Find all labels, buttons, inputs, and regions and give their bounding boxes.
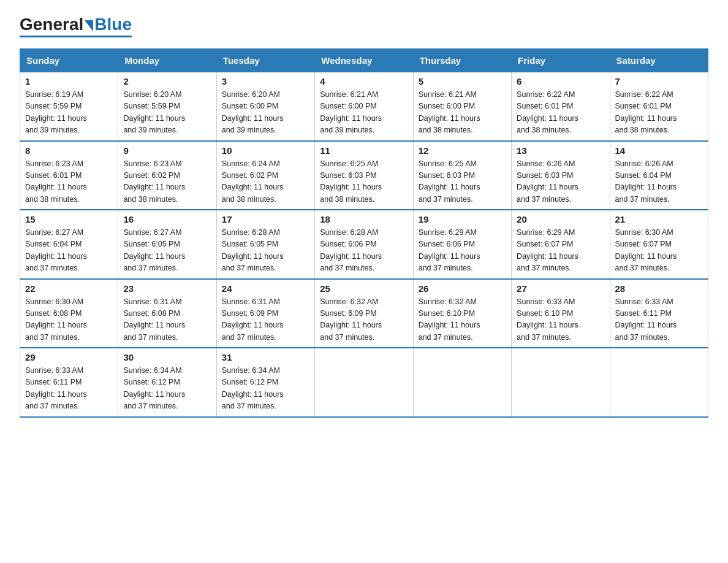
calendar-day-cell bbox=[610, 348, 708, 417]
calendar-day-cell: 1 Sunrise: 6:19 AMSunset: 5:59 PMDayligh… bbox=[20, 72, 118, 141]
day-info: Sunrise: 6:34 AMSunset: 6:12 PMDaylight:… bbox=[222, 365, 309, 413]
calendar-day-cell bbox=[315, 348, 413, 417]
calendar-day-cell: 10 Sunrise: 6:24 AMSunset: 6:02 PMDaylig… bbox=[216, 141, 314, 210]
day-info: Sunrise: 6:24 AMSunset: 6:02 PMDaylight:… bbox=[222, 158, 309, 206]
day-info: Sunrise: 6:33 AMSunset: 6:11 PMDaylight:… bbox=[25, 365, 113, 413]
day-info: Sunrise: 6:25 AMSunset: 6:03 PMDaylight:… bbox=[419, 158, 506, 206]
calendar-day-cell: 21 Sunrise: 6:30 AMSunset: 6:07 PMDaylig… bbox=[610, 210, 708, 279]
day-number: 31 bbox=[222, 352, 309, 362]
day-number: 30 bbox=[123, 352, 211, 362]
calendar-day-cell: 16 Sunrise: 6:27 AMSunset: 6:05 PMDaylig… bbox=[118, 210, 216, 279]
calendar-week-row: 1 Sunrise: 6:19 AMSunset: 5:59 PMDayligh… bbox=[20, 72, 708, 141]
day-number: 15 bbox=[25, 214, 113, 224]
logo-triangle-icon bbox=[85, 20, 93, 31]
calendar-day-cell: 20 Sunrise: 6:29 AMSunset: 6:07 PMDaylig… bbox=[512, 210, 610, 279]
calendar-body: 1 Sunrise: 6:19 AMSunset: 5:59 PMDayligh… bbox=[20, 72, 708, 417]
calendar-day-cell: 4 Sunrise: 6:21 AMSunset: 6:00 PMDayligh… bbox=[315, 72, 413, 141]
day-info: Sunrise: 6:23 AMSunset: 6:01 PMDaylight:… bbox=[25, 158, 113, 206]
calendar-day-cell: 25 Sunrise: 6:32 AMSunset: 6:09 PMDaylig… bbox=[315, 279, 413, 348]
day-info: Sunrise: 6:27 AMSunset: 6:05 PMDaylight:… bbox=[123, 227, 211, 275]
day-info: Sunrise: 6:30 AMSunset: 6:07 PMDaylight:… bbox=[615, 227, 703, 275]
day-info: Sunrise: 6:22 AMSunset: 6:01 PMDaylight:… bbox=[615, 89, 703, 137]
calendar-week-row: 22 Sunrise: 6:30 AMSunset: 6:08 PMDaylig… bbox=[20, 279, 708, 348]
calendar-day-cell: 27 Sunrise: 6:33 AMSunset: 6:10 PMDaylig… bbox=[512, 279, 610, 348]
day-info: Sunrise: 6:31 AMSunset: 6:09 PMDaylight:… bbox=[222, 296, 309, 344]
day-info: Sunrise: 6:20 AMSunset: 5:59 PMDaylight:… bbox=[123, 89, 211, 137]
day-number: 28 bbox=[615, 283, 703, 294]
day-info: Sunrise: 6:32 AMSunset: 6:09 PMDaylight:… bbox=[320, 296, 408, 344]
day-number: 4 bbox=[320, 76, 408, 86]
header-wednesday: Wednesday bbox=[315, 49, 413, 72]
day-info: Sunrise: 6:29 AMSunset: 6:07 PMDaylight:… bbox=[517, 227, 604, 275]
day-info: Sunrise: 6:34 AMSunset: 6:12 PMDaylight:… bbox=[123, 365, 211, 413]
day-number: 12 bbox=[419, 145, 506, 156]
calendar-day-cell: 2 Sunrise: 6:20 AMSunset: 5:59 PMDayligh… bbox=[118, 72, 216, 141]
calendar-day-cell: 15 Sunrise: 6:27 AMSunset: 6:04 PMDaylig… bbox=[20, 210, 118, 279]
calendar-day-cell: 23 Sunrise: 6:31 AMSunset: 6:08 PMDaylig… bbox=[118, 279, 216, 348]
calendar-day-cell: 31 Sunrise: 6:34 AMSunset: 6:12 PMDaylig… bbox=[216, 348, 314, 417]
day-number: 23 bbox=[123, 283, 211, 294]
day-info: Sunrise: 6:23 AMSunset: 6:02 PMDaylight:… bbox=[123, 158, 211, 206]
day-number: 11 bbox=[320, 145, 408, 156]
calendar-day-cell: 19 Sunrise: 6:29 AMSunset: 6:06 PMDaylig… bbox=[413, 210, 511, 279]
day-number: 6 bbox=[517, 76, 604, 86]
header-monday: Monday bbox=[118, 49, 216, 72]
day-info: Sunrise: 6:27 AMSunset: 6:04 PMDaylight:… bbox=[25, 227, 113, 275]
day-info: Sunrise: 6:33 AMSunset: 6:10 PMDaylight:… bbox=[517, 296, 604, 344]
calendar-day-cell: 13 Sunrise: 6:26 AMSunset: 6:03 PMDaylig… bbox=[512, 141, 610, 210]
day-number: 2 bbox=[123, 76, 211, 86]
calendar-day-cell: 17 Sunrise: 6:28 AMSunset: 6:05 PMDaylig… bbox=[216, 210, 314, 279]
day-number: 8 bbox=[25, 145, 113, 156]
header-tuesday: Tuesday bbox=[216, 49, 314, 72]
day-number: 14 bbox=[615, 145, 703, 156]
day-number: 13 bbox=[517, 145, 604, 156]
calendar-week-row: 8 Sunrise: 6:23 AMSunset: 6:01 PMDayligh… bbox=[20, 141, 708, 210]
calendar-day-cell: 30 Sunrise: 6:34 AMSunset: 6:12 PMDaylig… bbox=[118, 348, 216, 417]
day-number: 24 bbox=[222, 283, 309, 294]
calendar-week-row: 15 Sunrise: 6:27 AMSunset: 6:04 PMDaylig… bbox=[20, 210, 708, 279]
day-info: Sunrise: 6:19 AMSunset: 5:59 PMDaylight:… bbox=[25, 89, 113, 137]
calendar-day-cell: 26 Sunrise: 6:32 AMSunset: 6:10 PMDaylig… bbox=[413, 279, 511, 348]
calendar-day-cell: 5 Sunrise: 6:21 AMSunset: 6:00 PMDayligh… bbox=[413, 72, 511, 141]
day-number: 20 bbox=[517, 214, 604, 224]
weekday-header-row: Sunday Monday Tuesday Wednesday Thursday… bbox=[20, 49, 708, 72]
calendar-day-cell: 28 Sunrise: 6:33 AMSunset: 6:11 PMDaylig… bbox=[610, 279, 708, 348]
logo-general-text: General bbox=[20, 15, 83, 34]
day-info: Sunrise: 6:21 AMSunset: 6:00 PMDaylight:… bbox=[419, 89, 506, 137]
day-number: 16 bbox=[123, 214, 211, 224]
day-info: Sunrise: 6:20 AMSunset: 6:00 PMDaylight:… bbox=[222, 89, 309, 137]
day-info: Sunrise: 6:22 AMSunset: 6:01 PMDaylight:… bbox=[517, 89, 604, 137]
day-info: Sunrise: 6:28 AMSunset: 6:05 PMDaylight:… bbox=[222, 227, 309, 275]
day-info: Sunrise: 6:26 AMSunset: 6:04 PMDaylight:… bbox=[615, 158, 703, 206]
calendar-day-cell: 9 Sunrise: 6:23 AMSunset: 6:02 PMDayligh… bbox=[118, 141, 216, 210]
day-info: Sunrise: 6:25 AMSunset: 6:03 PMDaylight:… bbox=[320, 158, 408, 206]
logo-blue-text: Blue bbox=[94, 15, 132, 34]
day-info: Sunrise: 6:26 AMSunset: 6:03 PMDaylight:… bbox=[517, 158, 604, 206]
day-info: Sunrise: 6:32 AMSunset: 6:10 PMDaylight:… bbox=[419, 296, 506, 344]
day-number: 5 bbox=[419, 76, 506, 86]
day-info: Sunrise: 6:28 AMSunset: 6:06 PMDaylight:… bbox=[320, 227, 408, 275]
calendar-day-cell: 7 Sunrise: 6:22 AMSunset: 6:01 PMDayligh… bbox=[610, 72, 708, 141]
calendar-day-cell: 24 Sunrise: 6:31 AMSunset: 6:09 PMDaylig… bbox=[216, 279, 314, 348]
day-number: 17 bbox=[222, 214, 309, 224]
day-number: 7 bbox=[615, 76, 703, 86]
day-info: Sunrise: 6:29 AMSunset: 6:06 PMDaylight:… bbox=[419, 227, 506, 275]
logo-underline bbox=[20, 36, 132, 37]
logo: General Blue bbox=[20, 15, 132, 37]
header-sunday: Sunday bbox=[20, 49, 118, 72]
day-number: 1 bbox=[25, 76, 113, 86]
day-number: 21 bbox=[615, 214, 703, 224]
calendar-day-cell: 14 Sunrise: 6:26 AMSunset: 6:04 PMDaylig… bbox=[610, 141, 708, 210]
day-info: Sunrise: 6:30 AMSunset: 6:08 PMDaylight:… bbox=[25, 296, 113, 344]
header-saturday: Saturday bbox=[610, 49, 708, 72]
page-header: General Blue bbox=[20, 15, 708, 37]
calendar-day-cell: 8 Sunrise: 6:23 AMSunset: 6:01 PMDayligh… bbox=[20, 141, 118, 210]
calendar-day-cell: 18 Sunrise: 6:28 AMSunset: 6:06 PMDaylig… bbox=[315, 210, 413, 279]
day-number: 9 bbox=[123, 145, 211, 156]
calendar-day-cell: 12 Sunrise: 6:25 AMSunset: 6:03 PMDaylig… bbox=[413, 141, 511, 210]
calendar-day-cell bbox=[413, 348, 511, 417]
calendar-day-cell bbox=[512, 348, 610, 417]
header-friday: Friday bbox=[512, 49, 610, 72]
calendar-day-cell: 22 Sunrise: 6:30 AMSunset: 6:08 PMDaylig… bbox=[20, 279, 118, 348]
day-number: 10 bbox=[222, 145, 309, 156]
